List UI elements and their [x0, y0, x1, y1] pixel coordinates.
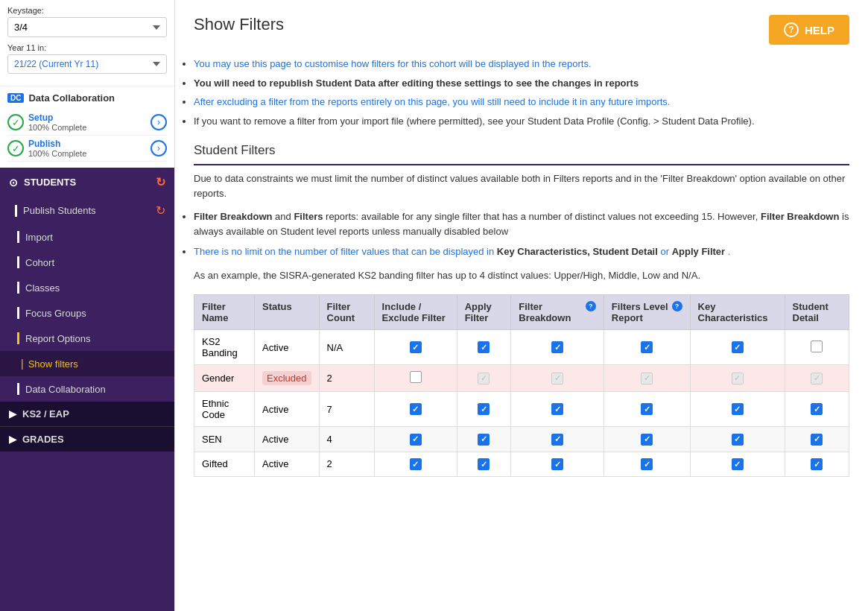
sidebar-item-show-filters[interactable]: | Show filters: [0, 351, 174, 376]
grades-label: GRADES: [22, 434, 64, 445]
students-section-header[interactable]: ⊙ STUDENTS ↻: [0, 168, 174, 197]
filter-bullets: Filter Breakdown and Filters reports: av…: [194, 209, 849, 259]
cell-apply-filter[interactable]: [457, 427, 511, 452]
cell-include[interactable]: [374, 427, 457, 452]
cell-filters-level[interactable]: [604, 330, 690, 365]
checkbox-checked[interactable]: [641, 403, 653, 415]
checkbox-checked[interactable]: [410, 403, 422, 415]
sidebar-item-focus-groups[interactable]: Focus Groups: [0, 300, 174, 326]
checkbox-checked[interactable]: [478, 458, 490, 470]
cell-filter-breakdown[interactable]: [511, 427, 604, 452]
students-refresh-icon[interactable]: ↻: [156, 175, 165, 189]
checkbox-checked[interactable]: [551, 403, 563, 415]
keystage-select[interactable]: 3/4: [7, 17, 167, 37]
th-filter-breakdown: Filter Breakdown ?: [511, 295, 604, 330]
cell-student-detail[interactable]: [785, 365, 849, 392]
checkbox-checked[interactable]: [551, 341, 563, 353]
cell-apply-filter[interactable]: [457, 330, 511, 365]
info-bullets: You may use this page to customise how f…: [194, 57, 849, 128]
setup-arrow-icon[interactable]: ›: [151, 114, 167, 130]
cell-filters-level[interactable]: [604, 427, 690, 452]
cell-filters-level[interactable]: [604, 392, 690, 427]
sidebar-item-report-options[interactable]: Report Options: [0, 326, 174, 351]
checkbox-checked[interactable]: [478, 341, 490, 353]
checkbox-checked[interactable]: [811, 458, 823, 470]
checkbox-checked[interactable]: [478, 403, 490, 415]
cell-apply-filter[interactable]: [457, 365, 511, 392]
help-button[interactable]: ? HELP: [769, 15, 849, 45]
cell-filter-breakdown[interactable]: [511, 392, 604, 427]
checkbox-checked[interactable]: [410, 434, 422, 446]
cell-filter-breakdown[interactable]: [511, 330, 604, 365]
cell-filter-breakdown[interactable]: [511, 452, 604, 477]
nav-menu: ⊙ STUDENTS ↻ Publish Students ↻ Import C…: [0, 168, 174, 611]
cell-student-detail[interactable]: [785, 392, 849, 427]
checkbox-checked[interactable]: [410, 458, 422, 470]
sidebar-item-cohort[interactable]: Cohort: [0, 250, 174, 275]
year-select[interactable]: 21/22 (Current Yr 11): [7, 54, 167, 74]
cell-filter-breakdown[interactable]: [511, 365, 604, 392]
filters-level-help-icon[interactable]: ?: [672, 301, 682, 311]
cell-include[interactable]: [374, 452, 457, 477]
page-header: Show Filters ? HELP: [194, 15, 849, 45]
cell-key-char[interactable]: [690, 427, 785, 452]
checkbox-checked[interactable]: [410, 341, 422, 353]
checkbox-checked[interactable]: [478, 434, 490, 446]
cell-include[interactable]: [374, 365, 457, 392]
cell-key-char[interactable]: [690, 365, 785, 392]
focus-groups-label: Focus Groups: [25, 308, 86, 319]
import-bar: [17, 231, 19, 243]
checkbox-disabled: [551, 373, 563, 384]
sidebar-item-classes[interactable]: Classes: [0, 275, 174, 300]
checkbox-checked[interactable]: [732, 458, 744, 470]
cell-key-char[interactable]: [690, 330, 785, 365]
th-filter-count: Filter Count: [319, 295, 374, 330]
checkbox-checked[interactable]: [732, 341, 744, 353]
checkbox-checked[interactable]: [811, 434, 823, 446]
checkbox-checked[interactable]: [732, 403, 744, 415]
data-collab-label: Data Collaboration: [25, 384, 106, 395]
cohort-bar: [17, 256, 19, 268]
cell-key-char[interactable]: [690, 392, 785, 427]
cell-student-detail[interactable]: [785, 330, 849, 365]
classes-label: Classes: [25, 282, 60, 294]
checkbox-checked[interactable]: [551, 434, 563, 446]
sidebar-item-import[interactable]: Import: [0, 224, 174, 250]
filter-breakdown-help-icon[interactable]: ?: [586, 301, 596, 311]
cell-filters-level[interactable]: [604, 452, 690, 477]
publish-students-item[interactable]: Publish Students ↻: [0, 197, 174, 224]
th-status: Status: [255, 295, 319, 330]
cell-student-detail[interactable]: [785, 452, 849, 477]
checkbox-checked[interactable]: [641, 434, 653, 446]
cell-apply-filter[interactable]: [457, 392, 511, 427]
publish-students-bar: [15, 205, 17, 217]
cell-key-char[interactable]: [690, 452, 785, 477]
checkbox-disabled: [811, 373, 823, 384]
dc-publish-item[interactable]: ✓ Publish 100% Complete ›: [7, 136, 167, 162]
cell-status: Active: [255, 427, 319, 452]
main-content: Show Filters ? HELP You may use this pag…: [175, 0, 868, 611]
filter-b1-fb: Filter Breakdown: [194, 211, 272, 222]
cell-include[interactable]: [374, 392, 457, 427]
checkbox-checked[interactable]: [641, 341, 653, 353]
cell-apply-filter[interactable]: [457, 452, 511, 477]
publish-arrow-icon[interactable]: ›: [151, 140, 167, 156]
publish-students-refresh-icon[interactable]: ↻: [156, 203, 165, 218]
checkbox-checked[interactable]: [732, 434, 744, 446]
checkbox-checked[interactable]: [811, 403, 823, 415]
keystage-label: Keystage:: [7, 6, 167, 15]
sidebar-item-ks2-eap[interactable]: ▶ KS2 / EAP: [0, 402, 174, 426]
checkbox-unchecked[interactable]: [811, 341, 823, 352]
help-icon: ?: [784, 22, 799, 37]
checkbox-checked[interactable]: [641, 458, 653, 470]
checkbox-unchecked[interactable]: [410, 371, 422, 383]
dc-setup-item[interactable]: ✓ Setup 100% Complete ›: [7, 110, 167, 136]
cell-filters-level[interactable]: [604, 365, 690, 392]
cell-student-detail[interactable]: [785, 427, 849, 452]
checkbox-checked[interactable]: [551, 458, 563, 470]
cell-status: Active: [255, 392, 319, 427]
cell-include[interactable]: [374, 330, 457, 365]
sidebar-item-data-collaboration[interactable]: Data Collaboration: [0, 376, 174, 402]
page-title: Show Filters: [194, 15, 284, 34]
sidebar-item-grades[interactable]: ▶ GRADES: [0, 426, 174, 452]
